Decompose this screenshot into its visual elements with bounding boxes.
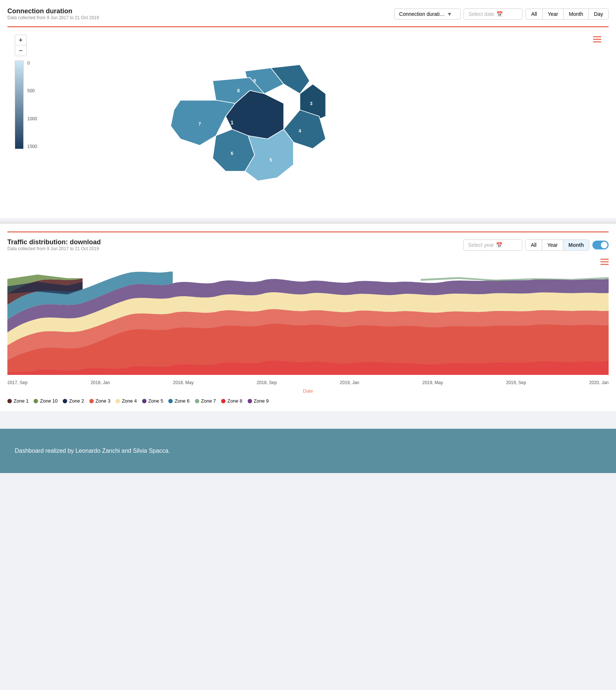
panel2-title-block: Traffic distribution: download Data coll… xyxy=(7,238,101,251)
chevron-down-icon: ▼ xyxy=(447,11,452,17)
zone-6-label: 6 xyxy=(231,151,233,156)
date-placeholder-1: Select date xyxy=(468,11,494,17)
hamburger-line-1 xyxy=(593,36,601,37)
legend-zone-7: Zone 7 xyxy=(195,398,216,404)
btn-year-2[interactable]: Year xyxy=(542,240,563,250)
panel2-header: Traffic distribution: download Data coll… xyxy=(7,231,609,251)
x-axis-title: Date xyxy=(7,388,609,394)
legend-dot-zone9 xyxy=(248,399,252,403)
legend-gradient xyxy=(15,61,24,149)
btn-year-1[interactable]: Year xyxy=(543,9,564,19)
x-label-2: 2018, May xyxy=(173,380,194,385)
date-picker-2[interactable]: Select year 📅 xyxy=(463,239,522,251)
hamburger-line-4 xyxy=(600,259,609,260)
panel1-header: Connection duration Data collected from … xyxy=(7,7,609,20)
panel1-title: Connection duration xyxy=(7,7,99,15)
zone-1-label: 1 xyxy=(231,120,234,125)
map-container: + − 0 500 1000 1500 xyxy=(7,26,609,211)
calendar-icon: 📅 xyxy=(496,11,503,17)
legend-label-zone5: Zone 5 xyxy=(148,398,163,404)
map-legend: 0 500 1000 1500 xyxy=(15,61,24,149)
legend-0: 0 xyxy=(27,61,37,66)
zoom-out-button[interactable]: − xyxy=(15,45,26,56)
zone-3-label: 3 xyxy=(310,101,313,106)
hamburger-line-3 xyxy=(593,41,601,42)
legend-dot-zone7 xyxy=(195,399,199,403)
legend-zone-9: Zone 9 xyxy=(248,398,269,404)
legend-500: 500 xyxy=(27,88,37,93)
legend-dot-zone6 xyxy=(168,399,173,403)
legend-zone-4: Zone 4 xyxy=(116,398,137,404)
x-label-6: 2019, Sep xyxy=(506,380,526,385)
legend-label-zone6: Zone 6 xyxy=(175,398,189,404)
zone-4-label: 4 xyxy=(299,128,301,134)
legend-1500: 1500 xyxy=(27,144,37,149)
btn-all-1[interactable]: All xyxy=(526,9,543,19)
hamburger-line-2 xyxy=(593,39,601,40)
legend-label-zone3: Zone 3 xyxy=(96,398,110,404)
legend-zone-3: Zone 3 xyxy=(89,398,110,404)
traffic-chart-area xyxy=(7,272,609,375)
panel-traffic-distribution: Traffic distribution: download Data coll… xyxy=(0,224,616,411)
legend-1000: 1000 xyxy=(27,116,37,121)
legend-label-zone1: Zone 1 xyxy=(14,398,28,404)
hamburger-line-6 xyxy=(600,264,609,265)
panel-connection-duration: Connection duration Data collected from … xyxy=(0,0,616,218)
hamburger-menu-1[interactable] xyxy=(593,35,601,44)
footer: Dashboard realized by Leonardo Zanchi an… xyxy=(0,429,616,473)
legend-dot-zone4 xyxy=(116,399,120,403)
legend-dot-zone5 xyxy=(142,399,147,403)
zone-9-label: 9 xyxy=(254,78,256,83)
btn-all-2[interactable]: All xyxy=(526,240,542,250)
metric-dropdown[interactable]: Connection durati… ▼ xyxy=(394,8,461,20)
hamburger-menu-2[interactable] xyxy=(600,257,609,266)
x-label-0: 2017, Sep xyxy=(7,380,28,385)
panel2-subtitle: Data collected from 9 Jun 2017 to 21 Oct… xyxy=(7,246,101,251)
btn-day-1[interactable]: Day xyxy=(589,9,608,19)
stack-toggle[interactable] xyxy=(592,241,609,249)
legend-zone-1: Zone 1 xyxy=(7,398,28,404)
legend-dot-zone3 xyxy=(89,399,94,403)
x-label-1: 2018, Jan xyxy=(90,380,110,385)
x-label-5: 2019, May xyxy=(422,380,443,385)
panel1-controls: Connection durati… ▼ Select date 📅 All Y… xyxy=(394,8,609,20)
spacer xyxy=(0,414,616,429)
legend-zone-8: Zone 8 xyxy=(221,398,242,404)
zone-7-label: 7 xyxy=(199,121,201,127)
zone-5-label: 5 xyxy=(269,158,272,163)
date-picker-1[interactable]: Select date 📅 xyxy=(464,8,523,20)
legend-label-zone2: Zone 2 xyxy=(69,398,84,404)
x-label-4: 2019, Jan xyxy=(340,380,359,385)
zone-2-label: 2 xyxy=(287,96,290,101)
legend-zone-6: Zone 6 xyxy=(168,398,189,404)
legend-label-zone9: Zone 9 xyxy=(254,398,269,404)
legend-label-zone7: Zone 7 xyxy=(201,398,216,404)
panel1-title-block: Connection duration Data collected from … xyxy=(7,7,99,20)
traffic-chart-svg xyxy=(7,272,609,375)
legend-dot-zone8 xyxy=(221,399,226,403)
calendar-icon-2: 📅 xyxy=(496,242,502,248)
legend-zone-2: Zone 2 xyxy=(63,398,84,404)
legend-labels: 0 500 1000 1500 xyxy=(27,61,37,149)
panel2-title: Traffic distribution: download xyxy=(7,238,101,246)
legend-label-zone10: Zone 10 xyxy=(40,398,58,404)
footer-text: Dashboard realized by Leonardo Zanchi an… xyxy=(15,448,170,454)
date-placeholder-2: Select year xyxy=(468,242,494,248)
legend-dot-zone2 xyxy=(63,399,67,403)
metric-dropdown-label: Connection durati… xyxy=(399,11,445,17)
zoom-controls: + − xyxy=(15,35,27,56)
legend-zone-10: Zone 10 xyxy=(34,398,58,404)
zone-map-svg: 1 2 3 4 5 6 7 8 9 xyxy=(74,35,332,204)
legend-label-zone8: Zone 8 xyxy=(227,398,242,404)
section-divider xyxy=(0,221,616,224)
panel1-subtitle: Data collected from 9 Jun 2017 to 21 Oct… xyxy=(7,15,99,20)
zoom-in-button[interactable]: + xyxy=(15,35,26,45)
time-range-group-1: All Year Month Day xyxy=(526,8,609,20)
x-label-7: 2020, Jan xyxy=(589,380,609,385)
chart-legend: Zone 1 Zone 10 Zone 2 Zone 3 Zone 4 Zone… xyxy=(7,398,609,404)
legend-dot-zone10 xyxy=(34,399,38,403)
btn-month-1[interactable]: Month xyxy=(564,9,589,19)
btn-month-2[interactable]: Month xyxy=(563,240,589,250)
x-label-3: 2018, Sep xyxy=(257,380,277,385)
hamburger-line-5 xyxy=(600,261,609,262)
